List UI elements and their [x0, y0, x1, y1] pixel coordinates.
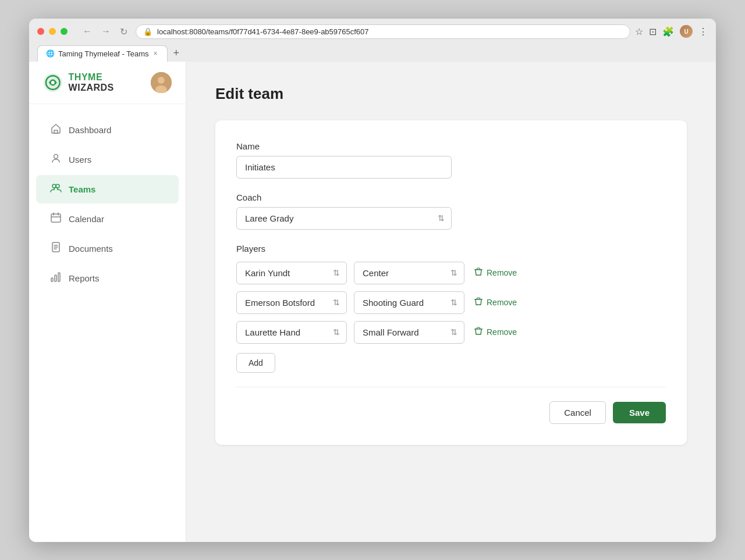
main-content: Edit team Name Coach Laree Grady ⇅	[186, 62, 716, 542]
edit-team-form-card: Name Coach Laree Grady ⇅ Players	[215, 120, 687, 445]
close-traffic-light[interactable]	[37, 28, 44, 35]
position-1-select-wrapper: Center ⇅	[354, 262, 464, 284]
svg-point-7	[54, 154, 58, 158]
svg-rect-10	[51, 214, 61, 222]
documents-icon	[50, 241, 62, 256]
trash-1-icon	[474, 267, 483, 279]
remove-2-label: Remove	[487, 298, 517, 307]
add-player-button[interactable]: Add	[236, 353, 275, 373]
coach-label: Coach	[236, 192, 666, 202]
address-bar-wrapper: 🔒	[136, 24, 630, 39]
back-button[interactable]: ←	[79, 25, 95, 38]
minimize-traffic-light[interactable]	[49, 28, 56, 35]
svg-rect-6	[54, 130, 58, 133]
user-avatar-image	[151, 72, 172, 93]
svg-rect-22	[477, 268, 480, 270]
browser-nav-buttons: ← → ↻	[79, 25, 131, 38]
sidebar-item-calendar[interactable]: Calendar	[36, 205, 179, 233]
active-tab[interactable]: 🌐 Taming Thymeleaf - Teams ×	[37, 45, 168, 62]
reports-icon	[50, 271, 62, 286]
app-layout: THYME WIZARDS	[29, 62, 716, 542]
player-3-select-wrapper: Laurette Hand ⇅	[236, 321, 347, 344]
calendar-icon	[50, 212, 62, 226]
bookmark-icon[interactable]: ☆	[635, 26, 643, 37]
form-actions: Cancel Save	[236, 401, 666, 424]
player-row: Emerson Botsford ⇅ Shooting Guard ⇅	[236, 291, 666, 314]
remove-1-label: Remove	[487, 268, 517, 277]
name-label: Name	[236, 141, 666, 151]
remove-3-label: Remove	[487, 327, 517, 337]
logo-thyme: THYME	[69, 72, 103, 82]
tab-search-icon[interactable]: ⊡	[649, 26, 657, 37]
browser-controls: ← → ↻ 🔒 ☆ ⊡ 🧩 U ⋮	[37, 24, 708, 39]
player-2-select[interactable]: Emerson Botsford	[236, 291, 347, 314]
browser-chrome: ← → ↻ 🔒 ☆ ⊡ 🧩 U ⋮ 🌐 Taming Thymeleaf - T…	[29, 19, 716, 62]
remove-player-2-button[interactable]: Remove	[471, 293, 519, 312]
sidebar-item-documents[interactable]: Documents	[36, 234, 179, 263]
sidebar-header: THYME WIZARDS	[29, 62, 186, 104]
home-icon	[50, 123, 62, 137]
players-group: Players Karin Yundt ⇅ Center	[236, 244, 666, 373]
tab-title: Taming Thymeleaf - Teams	[58, 49, 149, 58]
logo-wizards: WIZARDS	[69, 83, 114, 92]
position-3-select[interactable]: Small Forward	[354, 321, 464, 344]
player-row: Laurette Hand ⇅ Small Forward ⇅	[236, 321, 666, 344]
tab-favicon: 🌐	[46, 49, 55, 58]
player-1-select[interactable]: Karin Yundt	[236, 262, 347, 284]
logo-text: THYME WIZARDS	[69, 72, 151, 93]
users-icon	[50, 152, 62, 167]
sidebar-item-dashboard-label: Dashboard	[69, 125, 111, 135]
teams-icon	[50, 182, 62, 197]
sidebar-nav: Dashboard Users Teams	[29, 104, 186, 542]
tab-close-button[interactable]: ×	[152, 49, 159, 58]
position-2-select-wrapper: Shooting Guard ⇅	[354, 291, 464, 314]
sidebar-item-documents-label: Documents	[69, 244, 113, 254]
sidebar-item-dashboard[interactable]: Dashboard	[36, 116, 179, 144]
forward-button[interactable]: →	[98, 25, 114, 38]
sidebar-item-reports-label: Reports	[69, 273, 100, 283]
address-bar[interactable]	[157, 27, 623, 36]
page-title: Edit team	[215, 85, 687, 103]
position-3-select-wrapper: Small Forward ⇅	[354, 321, 464, 344]
sidebar-item-users-label: Users	[69, 155, 91, 165]
browser-user-avatar[interactable]: U	[680, 25, 693, 38]
sidebar-item-teams[interactable]: Teams	[36, 175, 179, 204]
coach-select-wrapper: Laree Grady ⇅	[236, 207, 452, 230]
remove-player-1-button[interactable]: Remove	[471, 263, 519, 282]
position-1-select[interactable]: Center	[354, 262, 464, 284]
browser-tabs: 🌐 Taming Thymeleaf - Teams × +	[37, 45, 708, 62]
sidebar-item-users[interactable]: Users	[36, 145, 179, 174]
cancel-button[interactable]: Cancel	[549, 401, 606, 424]
logo-icon	[43, 73, 63, 92]
new-tab-button[interactable]: +	[169, 45, 185, 62]
name-field-group: Name	[236, 141, 666, 179]
trash-3-icon	[474, 326, 483, 338]
player-3-select[interactable]: Laurette Hand	[236, 321, 347, 344]
form-divider	[236, 387, 666, 387]
position-2-select[interactable]: Shooting Guard	[354, 291, 464, 314]
name-input[interactable]	[236, 156, 452, 179]
logo-area: THYME WIZARDS	[43, 72, 151, 93]
menu-icon[interactable]: ⋮	[698, 26, 708, 37]
svg-rect-24	[477, 298, 480, 299]
player-1-select-wrapper: Karin Yundt ⇅	[236, 262, 347, 284]
player-2-select-wrapper: Emerson Botsford ⇅	[236, 291, 347, 314]
save-button[interactable]: Save	[613, 402, 666, 423]
remove-player-3-button[interactable]: Remove	[471, 323, 519, 341]
svg-rect-18	[51, 278, 53, 281]
svg-point-2	[51, 81, 55, 84]
svg-rect-19	[55, 275, 56, 281]
maximize-traffic-light[interactable]	[61, 28, 68, 35]
sidebar-item-calendar-label: Calendar	[69, 214, 104, 224]
players-label: Players	[236, 244, 666, 254]
reload-button[interactable]: ↻	[116, 25, 131, 38]
player-row: Karin Yundt ⇅ Center ⇅	[236, 262, 666, 284]
sidebar-item-reports[interactable]: Reports	[36, 264, 179, 293]
trash-2-icon	[474, 297, 483, 308]
sidebar-user-avatar[interactable]	[151, 72, 172, 93]
extensions-icon[interactable]: 🧩	[662, 26, 674, 37]
lock-icon: 🔒	[143, 27, 152, 36]
svg-point-4	[158, 77, 165, 84]
browser-action-icons: ☆ ⊡ 🧩 U ⋮	[635, 25, 708, 38]
coach-select[interactable]: Laree Grady	[236, 207, 452, 230]
